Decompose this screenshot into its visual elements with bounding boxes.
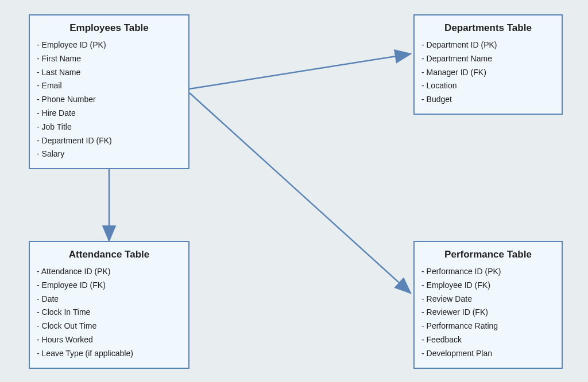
employees-field: Department ID (FK) bbox=[37, 134, 181, 148]
departments-field: Department ID (PK) bbox=[421, 38, 555, 52]
attendance-field: Employee ID (FK) bbox=[37, 279, 181, 293]
diagram-canvas: Employees Table Employee ID (PK) First N… bbox=[0, 0, 588, 382]
performance-field: Performance ID (PK) bbox=[421, 265, 555, 279]
performance-field: Feedback bbox=[421, 333, 555, 347]
performance-field: Review Date bbox=[421, 293, 555, 306]
attendance-table-box: Attendance Table Attendance ID (PK) Empl… bbox=[29, 241, 189, 369]
attendance-field: Date bbox=[37, 293, 181, 306]
employees-field: Job Title bbox=[37, 120, 181, 134]
employees-field: Hire Date bbox=[37, 107, 181, 120]
attendance-field: Attendance ID (PK) bbox=[37, 265, 181, 279]
employees-table-title: Employees Table bbox=[37, 22, 181, 34]
performance-table-title: Performance Table bbox=[421, 249, 555, 260]
departments-field: Location bbox=[421, 79, 555, 93]
departments-field: Budget bbox=[421, 93, 555, 107]
employees-table-fields: Employee ID (PK) First Name Last Name Em… bbox=[37, 38, 181, 161]
departments-table-box: Departments Table Department ID (PK) Dep… bbox=[413, 14, 563, 115]
employees-field: Phone Number bbox=[37, 93, 181, 107]
employees-field: Email bbox=[37, 79, 181, 93]
attendance-field: Clock In Time bbox=[37, 306, 181, 319]
attendance-field: Clock Out Time bbox=[37, 319, 181, 333]
performance-table-fields: Performance ID (PK) Employee ID (FK) Rev… bbox=[421, 265, 555, 361]
departments-field: Manager ID (FK) bbox=[421, 66, 555, 80]
performance-field: Development Plan bbox=[421, 347, 555, 361]
attendance-table-title: Attendance Table bbox=[37, 249, 181, 260]
attendance-field: Hours Worked bbox=[37, 333, 181, 347]
performance-table-box: Performance Table Performance ID (PK) Em… bbox=[413, 241, 563, 369]
performance-field: Reviewer ID (FK) bbox=[421, 306, 555, 319]
connector-employees-departments bbox=[189, 54, 411, 89]
attendance-table-fields: Attendance ID (PK) Employee ID (FK) Date… bbox=[37, 265, 181, 361]
employees-table-box: Employees Table Employee ID (PK) First N… bbox=[29, 14, 189, 169]
departments-table-fields: Department ID (PK) Department Name Manag… bbox=[421, 38, 555, 107]
departments-table-title: Departments Table bbox=[421, 22, 555, 34]
employees-field: Salary bbox=[37, 147, 181, 161]
employees-field: Last Name bbox=[37, 66, 181, 80]
departments-field: Department Name bbox=[421, 52, 555, 66]
employees-field: First Name bbox=[37, 52, 181, 66]
employees-field: Employee ID (PK) bbox=[37, 38, 181, 52]
connector-employees-performance bbox=[189, 93, 411, 293]
attendance-field: Leave Type (if applicable) bbox=[37, 347, 181, 361]
performance-field: Employee ID (FK) bbox=[421, 279, 555, 293]
performance-field: Performance Rating bbox=[421, 319, 555, 333]
